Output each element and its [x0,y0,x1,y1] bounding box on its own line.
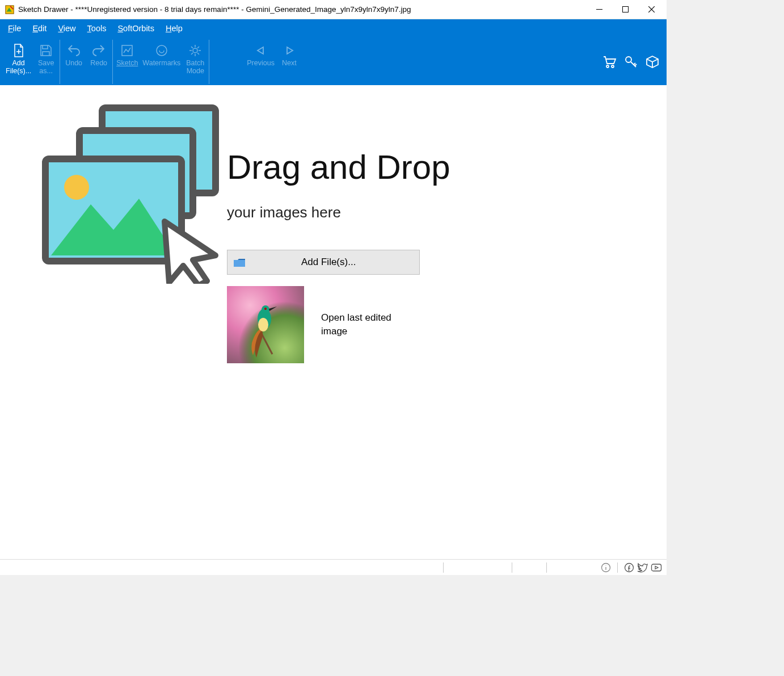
cart-icon[interactable] [602,54,617,69]
save-icon [40,43,52,58]
statusbar-sep [617,562,618,573]
arrow-right-icon [283,43,296,58]
add-files-button[interactable]: Add File(s)... [227,250,420,275]
gear-icon [188,43,202,58]
watermark-icon [155,43,168,58]
redo-icon [92,43,106,58]
svg-point-17 [264,308,267,310]
open-last-edited-label: Open last edited image [321,311,412,338]
window-title: Sketch Drawer - ****Unregistered version… [18,5,411,14]
key-icon[interactable] [623,54,638,69]
menu-softorbits[interactable]: SoftOrbits [113,22,158,35]
toolbar-sketch-label: Sketch [116,59,138,67]
maximize-button[interactable] [612,1,638,18]
menu-edit[interactable]: Edit [28,22,51,35]
youtube-icon[interactable] [651,562,662,573]
toolbar: Add File(s)... Save as... Undo Redo [0,37,667,85]
toolbar-batch-mode[interactable]: Batch Mode [183,40,208,84]
svg-point-3 [157,45,167,56]
svg-point-6 [612,65,614,68]
svg-point-7 [626,57,631,62]
titlebar: Sketch Drawer - ****Unregistered version… [0,0,667,19]
toolbar-sketch[interactable]: Sketch [114,40,140,84]
statusbar-sep [546,562,547,573]
svg-point-15 [258,318,268,331]
menu-view[interactable]: View [53,22,80,35]
svg-point-5 [606,65,609,68]
toolbar-add-files-label: Add File(s)... [6,59,31,75]
add-files-button-label: Add File(s)... [301,257,356,268]
statusbar-sep [512,562,512,573]
svg-rect-20 [652,564,661,571]
main-area[interactable]: Drag and Drop your images here Add File(… [0,85,667,559]
toolbar-next-label: Next [282,59,297,67]
open-last-edited[interactable]: Open last edited image [227,286,644,363]
menubar: File Edit View Tools SoftOrbits Help [0,19,667,37]
minimize-button[interactable] [586,1,612,18]
toolbar-save-as[interactable]: Save as... [33,40,58,84]
menu-file[interactable]: File [3,22,26,35]
box-icon[interactable] [645,54,660,69]
undo-icon [67,43,81,58]
svg-rect-1 [622,7,628,12]
toolbar-batch-mode-label: Batch Mode [186,59,204,75]
drag-subtitle: your images here [227,204,644,221]
menu-help[interactable]: Help [161,22,187,35]
toolbar-add-files[interactable]: Add File(s)... [3,40,33,84]
toolbar-save-as-label: Save as... [38,59,54,75]
file-plus-icon [13,43,24,58]
dragdrop-illustration [34,102,204,363]
svg-point-11 [64,175,89,200]
last-edited-thumbnail [227,286,304,363]
twitter-icon[interactable] [637,562,648,573]
svg-point-4 [193,48,197,53]
close-button[interactable] [638,1,664,18]
toolbar-watermarks-label: Watermarks [142,59,180,67]
statusbar [0,559,667,575]
info-icon[interactable] [600,562,612,573]
toolbar-previous[interactable]: Previous [245,40,277,84]
toolbar-undo[interactable]: Undo [61,40,86,84]
toolbar-undo-label: Undo [65,59,82,67]
arrow-left-icon [254,43,268,58]
toolbar-redo-label: Redo [90,59,107,67]
toolbar-redo[interactable]: Redo [86,40,111,84]
toolbar-next[interactable]: Next [277,40,302,84]
statusbar-sep [443,562,444,573]
menu-tools[interactable]: Tools [83,22,111,35]
app-icon [5,5,15,15]
drag-title: Drag and Drop [227,148,644,187]
toolbar-previous-label: Previous [247,59,275,67]
sketch-icon [121,43,133,58]
facebook-icon[interactable] [623,562,635,573]
toolbar-watermarks[interactable]: Watermarks [140,40,183,84]
folder-icon [233,258,245,267]
